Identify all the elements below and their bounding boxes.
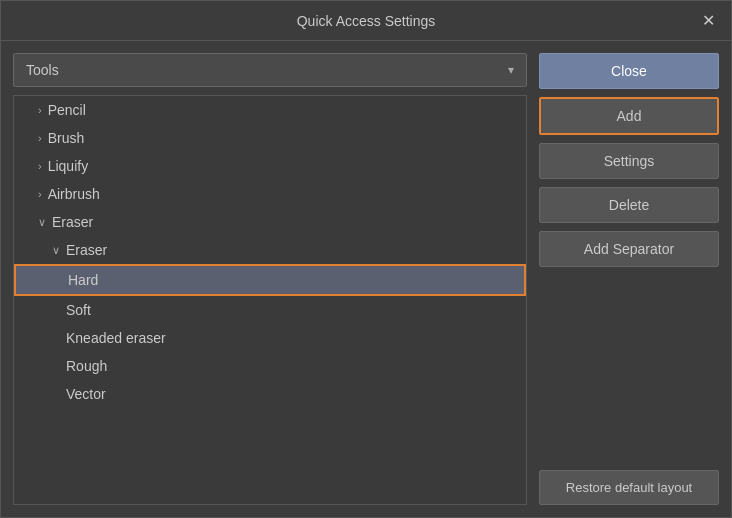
tree-item-label: Brush xyxy=(48,130,85,146)
add-button[interactable]: Add xyxy=(539,97,719,135)
expand-arrow-icon: › xyxy=(38,132,42,144)
tree-item-label: Liquify xyxy=(48,158,88,174)
collapse-arrow-icon: ∨ xyxy=(52,244,60,257)
tree-item-label: Hard xyxy=(68,272,98,288)
close-button[interactable]: Close xyxy=(539,53,719,89)
tree-item-airbrush[interactable]: › Airbrush xyxy=(14,180,526,208)
tree-item-brush[interactable]: › Brush xyxy=(14,124,526,152)
tree-item-pencil[interactable]: › Pencil xyxy=(14,96,526,124)
chevron-down-icon: ▾ xyxy=(508,63,514,77)
quick-access-settings-dialog: Quick Access Settings ✕ Tools ▾ › Pencil… xyxy=(0,0,732,518)
collapse-arrow-icon: ∨ xyxy=(38,216,46,229)
right-panel: Close Add Settings Delete Add Separator … xyxy=(539,53,719,505)
tools-dropdown[interactable]: Tools ▾ xyxy=(13,53,527,87)
add-separator-button[interactable]: Add Separator xyxy=(539,231,719,267)
tree-item-vector[interactable]: Vector xyxy=(14,380,526,408)
close-x-button[interactable]: ✕ xyxy=(695,11,715,30)
tree-item-kneaded[interactable]: Kneaded eraser xyxy=(14,324,526,352)
settings-button[interactable]: Settings xyxy=(539,143,719,179)
tree-container[interactable]: › Pencil › Brush › Liquify › Airbrush ∨ xyxy=(13,95,527,505)
expand-arrow-icon: › xyxy=(38,104,42,116)
tree-item-label: Rough xyxy=(66,358,107,374)
tree-item-label: Pencil xyxy=(48,102,86,118)
delete-button[interactable]: Delete xyxy=(539,187,719,223)
spacer xyxy=(539,275,719,462)
tree-item-eraser-sub[interactable]: ∨ Eraser xyxy=(14,236,526,264)
tree-item-soft[interactable]: Soft xyxy=(14,296,526,324)
restore-default-layout-button[interactable]: Restore default layout xyxy=(539,470,719,505)
tree-item-label: Vector xyxy=(66,386,106,402)
tree-item-liquify[interactable]: › Liquify xyxy=(14,152,526,180)
tree-item-label: Eraser xyxy=(52,214,93,230)
tree-item-rough[interactable]: Rough xyxy=(14,352,526,380)
left-panel: Tools ▾ › Pencil › Brush › Liquify › xyxy=(13,53,527,505)
content-area: Tools ▾ › Pencil › Brush › Liquify › xyxy=(1,41,731,517)
tree-item-label: Kneaded eraser xyxy=(66,330,166,346)
tools-label: Tools xyxy=(26,62,59,78)
tree-item-label: Eraser xyxy=(66,242,107,258)
dialog-title: Quick Access Settings xyxy=(37,13,695,29)
tree-item-label: Soft xyxy=(66,302,91,318)
title-bar: Quick Access Settings ✕ xyxy=(1,1,731,41)
tree-item-eraser-group[interactable]: ∨ Eraser xyxy=(14,208,526,236)
expand-arrow-icon: › xyxy=(38,160,42,172)
tree-item-label: Airbrush xyxy=(48,186,100,202)
expand-arrow-icon: › xyxy=(38,188,42,200)
tree-item-hard[interactable]: Hard xyxy=(14,264,526,296)
